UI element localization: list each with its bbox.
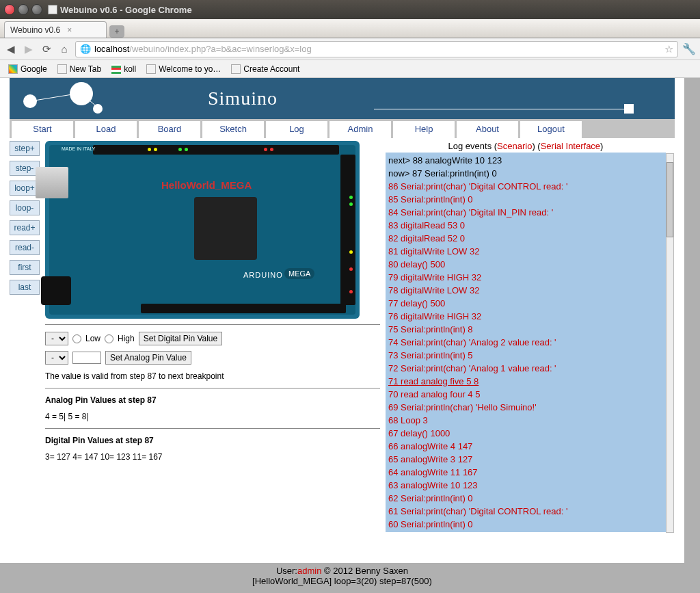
- tab-title: Webuino v0.6: [10, 25, 60, 35]
- window-min-icon[interactable]: [18, 4, 29, 15]
- menu-log[interactable]: Log: [266, 121, 327, 138]
- radio-high[interactable]: [105, 334, 113, 343]
- read-minus-button[interactable]: read-: [10, 240, 40, 255]
- radio-low[interactable]: [72, 334, 81, 343]
- bookmark-newtab[interactable]: New Tab: [53, 63, 105, 75]
- scrollbar-thumb[interactable]: [667, 162, 673, 237]
- log-line[interactable]: 85 Serial:println(int) 0: [388, 193, 663, 206]
- log-box[interactable]: next> 88 analogWrite 10 123now> 87 Seria…: [386, 153, 666, 532]
- menu-start[interactable]: Start: [12, 121, 73, 138]
- log-line[interactable]: 71 read analog five 5 8: [388, 375, 663, 388]
- log-line[interactable]: 80 delay() 500: [388, 258, 663, 271]
- set-analog-button[interactable]: Set Analog Pin Value: [105, 351, 191, 365]
- url-globe-icon: 🌐: [80, 44, 91, 54]
- menu-about[interactable]: About: [457, 121, 518, 138]
- footer-user: admin: [297, 566, 321, 576]
- log-line[interactable]: next> 88 analogWrite 10 123: [388, 154, 663, 167]
- reload-icon[interactable]: ⟳: [40, 42, 53, 56]
- loop-minus-button[interactable]: loop-: [10, 200, 40, 215]
- footer-copy: © 2012 Benny Saxen: [321, 566, 408, 576]
- log-line[interactable]: 72 Serial:print(char) 'Analog 1 value re…: [388, 362, 663, 375]
- board-column: MADE IN ITALY HelloWorld_MEGA ARDUINO ME…: [45, 138, 380, 532]
- page-icon: [231, 64, 241, 74]
- log-line[interactable]: 78 digitalWrite LOW 32: [388, 284, 663, 297]
- wrench-icon[interactable]: 🔧: [682, 42, 696, 55]
- menu-bar: Start Load Board Sketch Log Admin Help A…: [10, 119, 675, 138]
- window-close-icon[interactable]: [4, 4, 15, 15]
- log-line[interactable]: 74 Serial:print(char) 'Analog 2 value re…: [388, 336, 663, 349]
- footer: User:admin © 2012 Benny Saxen [HelloWorl…: [0, 563, 684, 593]
- bookmark-star-icon[interactable]: ☆: [664, 43, 673, 55]
- analog-value-input[interactable]: [72, 352, 101, 364]
- arduino-board: MADE IN ITALY HelloWorld_MEGA ARDUINO ME…: [45, 141, 360, 319]
- board-model: MEGA: [284, 268, 314, 279]
- url-path: /webuino/index.php?a=b&ac=winserlog&x=lo…: [129, 44, 311, 54]
- digital-values-body: 3= 127 4= 147 10= 123 11= 167: [45, 452, 380, 462]
- window-max-icon[interactable]: [31, 4, 42, 15]
- step-plus-button[interactable]: step+: [10, 141, 40, 156]
- tab-active[interactable]: Webuino v0.6 ×: [4, 21, 107, 38]
- menu-board[interactable]: Board: [139, 121, 200, 138]
- log-line[interactable]: 81 digitalWrite LOW 32: [388, 245, 663, 258]
- log-line[interactable]: 83 digitalRead 53 0: [388, 219, 663, 232]
- menu-help[interactable]: Help: [393, 121, 455, 138]
- page-icon: [146, 64, 156, 74]
- log-line[interactable]: 68 Loop 3: [388, 414, 663, 427]
- log-line[interactable]: 64 analogWrite 11 167: [388, 466, 663, 479]
- log-serial-link[interactable]: Serial Interface: [541, 141, 600, 151]
- digital-pin-select[interactable]: -: [45, 332, 68, 345]
- board-madein: MADE IN ITALY: [62, 146, 96, 152]
- bookmark-koll[interactable]: koll: [107, 63, 140, 75]
- page-icon: [57, 64, 67, 74]
- set-digital-button[interactable]: Set Digital Pin Value: [139, 332, 223, 345]
- log-line[interactable]: 66 analogWrite 4 147: [388, 440, 663, 453]
- analog-values-heading: Analog Pin Values at step 87: [45, 388, 380, 405]
- menu-load[interactable]: Load: [75, 121, 137, 138]
- bookmark-google[interactable]: Google: [4, 63, 51, 75]
- log-line[interactable]: 76 digitalWrite HIGH 32: [388, 310, 663, 323]
- back-icon[interactable]: ◀: [4, 42, 18, 56]
- log-line[interactable]: 61 Serial:print(char) 'Digital CONTROL r…: [388, 505, 663, 518]
- url-input[interactable]: 🌐 localhost /webuino/index.php?a=b&ac=wi…: [75, 41, 678, 57]
- menu-logout[interactable]: Logout: [520, 121, 582, 138]
- home-icon[interactable]: ⌂: [57, 42, 71, 56]
- footer-user-prefix: User:: [276, 566, 297, 576]
- log-line[interactable]: 73 Serial:println(int) 5: [388, 349, 663, 362]
- log-line[interactable]: 70 read analog four 4 5: [388, 388, 663, 401]
- analog-pin-select[interactable]: -: [45, 351, 68, 365]
- log-line[interactable]: now> 87 Serial:println(int) 0: [388, 167, 663, 180]
- simuino-logo: [10, 78, 126, 119]
- bookmark-welcome[interactable]: Welcome to yo…: [142, 63, 225, 75]
- validity-text: The value is valid from step 87 to next …: [45, 371, 380, 381]
- log-line[interactable]: 86 Serial:print(char) 'Digital CONTROL r…: [388, 180, 663, 193]
- log-line[interactable]: 60 Serial:println(int) 0: [388, 518, 663, 531]
- log-line[interactable]: 69 Serial:println(char) 'Hello Simuino!': [388, 401, 663, 414]
- log-line[interactable]: 67 delay() 1000: [388, 427, 663, 440]
- log-line[interactable]: 79 digitalWrite HIGH 32: [388, 271, 663, 284]
- scrollbar[interactable]: [666, 153, 674, 533]
- bookmark-create[interactable]: Create Account: [227, 63, 304, 75]
- log-line[interactable]: 82 digitalRead 52 0: [388, 232, 663, 245]
- log-line[interactable]: 62 Serial:println(int) 0: [388, 492, 663, 505]
- log-line[interactable]: 63 analogWrite 10 123: [388, 479, 663, 492]
- bookmarks-bar: Google New Tab koll Welcome to yo… Creat…: [0, 60, 700, 78]
- menu-admin[interactable]: Admin: [329, 121, 391, 138]
- window-title: Webuino v0.6 - Google Chrome: [60, 5, 192, 15]
- log-title: Log events (Scenario) (Serial Interface): [386, 141, 666, 151]
- tab-close-icon[interactable]: ×: [67, 25, 72, 35]
- last-button[interactable]: last: [10, 280, 40, 295]
- chrome-icon: [48, 5, 57, 14]
- first-button[interactable]: first: [10, 260, 40, 275]
- forward-icon[interactable]: ▶: [22, 42, 36, 56]
- digital-values-heading: Digital Pin Values at step 87: [45, 428, 380, 445]
- url-host: localhost: [94, 44, 129, 54]
- log-line[interactable]: 84 Serial:print(char) 'Digital IN_PIN re…: [388, 206, 663, 219]
- menu-sketch[interactable]: Sketch: [202, 121, 264, 138]
- address-bar: ◀ ▶ ⟳ ⌂ 🌐 localhost /webuino/index.php?a…: [0, 38, 700, 60]
- log-line[interactable]: 65 analogWrite 3 127: [388, 453, 663, 466]
- read-plus-button[interactable]: read+: [10, 220, 40, 235]
- log-line[interactable]: 77 delay() 500: [388, 297, 663, 310]
- log-line[interactable]: 75 Serial:println(int) 8: [388, 323, 663, 336]
- new-tab-button[interactable]: +: [109, 25, 124, 38]
- log-scenario-link[interactable]: Scenario: [497, 141, 532, 151]
